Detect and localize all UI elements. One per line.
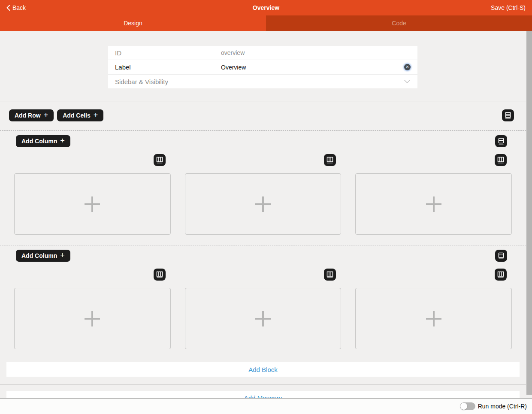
add-cells-button[interactable]: Add Cells + xyxy=(57,109,103,121)
app-header: Back Overview Save (Ctrl-S) xyxy=(0,0,532,15)
add-content-plus-icon xyxy=(85,311,100,326)
empty-cell[interactable] xyxy=(14,173,171,235)
section-divider xyxy=(0,384,526,384)
status-bar: Run mode (Ctrl-R) xyxy=(0,398,532,414)
clear-label-icon[interactable]: ✕ xyxy=(404,64,411,70)
row-settings-icon[interactable] xyxy=(495,135,507,147)
rows-layout-icon[interactable] xyxy=(502,109,514,121)
empty-cell[interactable] xyxy=(14,288,171,349)
columns-layout-icon[interactable] xyxy=(154,154,166,166)
add-row-label: Add Row xyxy=(15,112,41,119)
run-mode-label: Run mode (Ctrl-R) xyxy=(478,403,527,410)
scrollbar-thumb[interactable] xyxy=(526,31,532,395)
columns-layout-icon[interactable] xyxy=(154,269,166,281)
run-mode-toggle[interactable] xyxy=(460,402,475,410)
back-button[interactable]: Back xyxy=(6,4,26,11)
chevron-left-icon xyxy=(6,5,10,11)
row-settings-icon[interactable] xyxy=(495,250,507,262)
property-row-label[interactable]: Label Overview ✕ xyxy=(108,60,417,75)
add-block-button[interactable]: Add Block xyxy=(6,362,520,377)
tab-bar: Design Code xyxy=(0,15,532,31)
add-masonry-button[interactable]: Add Masonry xyxy=(6,391,520,399)
row-section: Add Column + xyxy=(0,130,526,245)
vertical-scrollbar[interactable] xyxy=(526,31,532,399)
toggle-knob xyxy=(460,403,467,410)
empty-cell[interactable] xyxy=(355,288,512,349)
label-label: Label xyxy=(115,63,221,71)
add-column-button[interactable]: Add Column + xyxy=(16,250,70,262)
empty-cell[interactable] xyxy=(355,173,512,235)
columns-layout-icon[interactable] xyxy=(495,154,507,166)
add-row-button[interactable]: Add Row + xyxy=(9,109,54,121)
back-label: Back xyxy=(12,4,26,11)
plus-icon: + xyxy=(60,137,65,145)
add-content-plus-icon xyxy=(85,196,100,212)
columns-layout-icon[interactable] xyxy=(324,269,336,281)
columns-layout-icon[interactable] xyxy=(495,269,507,281)
add-column-label: Add Column xyxy=(21,138,57,145)
add-column-button[interactable]: Add Column + xyxy=(16,135,70,147)
id-label: ID xyxy=(115,49,221,57)
tab-design[interactable]: Design xyxy=(0,15,266,31)
chevron-down-icon[interactable] xyxy=(404,79,411,84)
property-row-sidebar-visibility[interactable]: Sidebar & Visibility xyxy=(108,75,417,88)
add-content-plus-icon xyxy=(426,311,441,326)
plus-icon: + xyxy=(94,111,98,119)
empty-cell[interactable] xyxy=(185,173,342,235)
plus-icon: + xyxy=(60,251,65,259)
layout-toolbar: Add Row + Add Cells + xyxy=(0,102,526,130)
plus-icon: + xyxy=(44,111,48,119)
add-content-plus-icon xyxy=(426,196,441,212)
empty-cell[interactable] xyxy=(185,288,342,349)
tab-code[interactable]: Code xyxy=(266,15,532,31)
add-content-plus-icon xyxy=(255,311,271,326)
page-title: Overview xyxy=(0,4,532,11)
add-column-label: Add Column xyxy=(21,252,57,259)
sidebar-visibility-label: Sidebar & Visibility xyxy=(115,78,404,85)
columns-layout-icon[interactable] xyxy=(324,154,336,166)
row-section: Add Column + xyxy=(0,245,526,349)
id-value: overview xyxy=(221,49,411,56)
label-value-input[interactable]: Overview xyxy=(221,64,404,71)
add-cells-label: Add Cells xyxy=(63,112,91,119)
add-content-plus-icon xyxy=(255,196,271,212)
design-canvas: ID overview Label Overview ✕ Sidebar & V… xyxy=(0,31,532,399)
save-button[interactable]: Save (Ctrl-S) xyxy=(491,4,526,11)
property-row-id[interactable]: ID overview xyxy=(108,46,417,60)
page-properties-panel: ID overview Label Overview ✕ Sidebar & V… xyxy=(108,46,417,88)
